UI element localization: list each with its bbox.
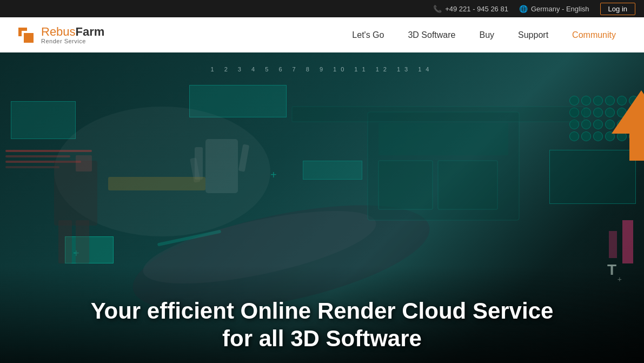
phone-icon: 📞 — [433, 5, 442, 13]
logo-rebus: Rebus — [41, 25, 76, 38]
svg-rect-17 — [379, 123, 508, 155]
nav-buy[interactable]: Buy — [467, 17, 506, 52]
hero-title-line2: for all 3D Software — [0, 325, 644, 352]
hero-section: 1 2 3 4 5 6 7 8 9 10 11 12 13 14 + + — [0, 52, 644, 363]
nav-3d-software[interactable]: 3D Software — [396, 17, 467, 52]
hero-text-block: Your efficient Online Render Cloud Servi… — [0, 298, 644, 352]
logo-farm: Farm — [76, 25, 105, 38]
globe-icon: 🌐 — [519, 5, 528, 13]
region-label: Germany - English — [531, 5, 589, 13]
arrow-up-icon — [612, 90, 644, 161]
hero-title-line1: Your efficient Online Render Cloud Servi… — [0, 298, 644, 325]
login-button[interactable]: Log in — [600, 3, 635, 15]
top-bar: 📞 +49 221 - 945 26 81 🌐 Germany - Englis… — [0, 0, 644, 17]
logo-text: RebusFarm Render Service — [41, 26, 104, 44]
svg-rect-14 — [76, 220, 89, 263]
nav-links: Let's Go 3D Software Buy Support Communi… — [340, 17, 628, 52]
svg-rect-15 — [108, 177, 205, 190]
logo-name: RebusFarm — [41, 26, 104, 38]
logo[interactable]: RebusFarm Render Service — [16, 25, 104, 45]
svg-rect-2 — [24, 33, 34, 43]
nav-lets-go[interactable]: Let's Go — [340, 17, 396, 52]
phone-info: 📞 +49 221 - 945 26 81 — [433, 5, 508, 13]
phone-number: +49 221 - 945 26 81 — [445, 5, 508, 13]
svg-rect-12 — [76, 155, 92, 171]
region-selector[interactable]: 🌐 Germany - English — [519, 5, 589, 13]
nav-bar: RebusFarm Render Service Let's Go 3D Sof… — [0, 17, 644, 52]
svg-rect-4 — [205, 139, 238, 193]
svg-rect-20 — [292, 107, 584, 122]
logo-subtitle: Render Service — [41, 38, 104, 44]
svg-rect-18 — [379, 161, 433, 209]
svg-rect-19 — [438, 161, 497, 209]
nav-support[interactable]: Support — [506, 17, 560, 52]
svg-rect-13 — [58, 220, 72, 263]
logo-icon — [16, 25, 36, 45]
nav-community[interactable]: Community — [560, 17, 628, 52]
